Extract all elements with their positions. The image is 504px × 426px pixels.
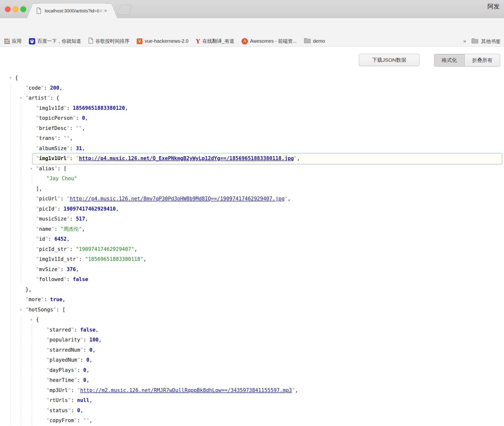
json-key: status [50,408,68,413]
json-key: code [29,85,41,91]
json-url-link[interactable]: http://m2.music.126.net/RMJR7wDullRqppBk… [80,387,292,393]
json-line: "playedNum": 0, [46,355,92,365]
json-line: "more": true, [25,295,65,305]
json-key: popularity [50,337,80,343]
json-string-value: "19097417462929407" [76,246,134,252]
maximize-window-button[interactable] [20,6,26,12]
new-tab-button[interactable] [117,5,133,15]
json-line: "img1v1Id_str": "18569651883380118", [36,254,146,264]
json-string-value: "Jay Chou" [46,176,77,181]
json-key: trans [39,135,54,141]
json-line: { [36,315,39,325]
collapse-all-button[interactable]: 折叠所有 [464,54,500,66]
folder-icon [304,38,311,44]
json-line: ], [36,184,42,194]
collapse-toggle-icon[interactable]: ▼ [18,305,24,315]
json-key: id [39,236,45,242]
json-line: "img1v1Url": "http://p4.music.126.net/Q_… [36,153,300,164]
json-line: "mp3Url": "http://m2.music.126.net/RMJR7… [46,385,298,396]
json-line: "briefDesc": "", [36,123,85,134]
json-url-link[interactable]: http://p4.music.126.net/Q_ExePNkmgB2yWyL… [79,155,294,161]
json-key: img1v1Id_str [39,256,76,262]
json-line: "followed": false [36,274,88,285]
json-key: starredNum [50,347,80,353]
json-key: musicSize [39,216,67,222]
json-line: "mvSize": 376, [36,264,79,275]
json-line: "status": 0, [46,406,83,416]
json-key: mp3Url [50,387,68,393]
tab-close-icon[interactable]: × [102,7,109,14]
json-key: starred [50,327,71,333]
view-toggle-group: 格式化 折叠所有 [434,54,500,67]
json-line: "albumSize": 31, [36,144,85,154]
collapse-toggle-icon[interactable]: ▼ [29,164,34,174]
json-key: hearTime [50,377,74,383]
bookmark-label: vue-hackernews-2.0 [145,38,188,44]
bookmark-label: 在线翻译_有道 [202,38,234,44]
collapse-toggle-icon[interactable]: ▼ [29,315,34,325]
json-key: picId_str [39,246,67,252]
json-key: img1v1Url [39,155,67,161]
format-button[interactable]: 格式化 [434,54,464,66]
json-url-link[interactable]: http://p4.music.126.net/8mv7qP30Pd3oHW8b… [70,196,285,202]
tab-strip: localhost:3000/artists?id=645 × 阿发 [0,0,504,18]
json-key: topicPerson [39,115,73,121]
bookmark-item[interactable]: demo [304,38,325,44]
json-key: followed [39,276,64,282]
close-window-button[interactable] [5,6,11,12]
json-line: "picId_str": "19097417462929407", [36,244,137,255]
json-line: "dayPlays": 0, [46,365,89,375]
json-key: hotSongs [29,307,53,313]
json-line: "starred": false, [46,325,99,335]
tree-guide-line [21,315,21,426]
tree-guide-line [21,103,21,285]
json-key: alias [39,166,54,171]
bookmark-item[interactable]: Vvue-hackernews-2.0 [137,38,188,44]
browser-tab[interactable]: localhost:3000/artists?id=645 × [34,3,111,18]
collapse-toggle-icon[interactable]: ▼ [18,93,24,103]
baidu-paw-icon [29,38,35,44]
vue-icon: V [137,38,143,44]
json-line: "artist": { [25,93,59,103]
bookmarks-bar: 应用百度一下，你就知道谷歌按时间排序Vvue-hackernews-2.0Y在线… [0,36,504,47]
profile-name[interactable]: 阿发 [487,2,500,10]
json-line: "id": 6452, [36,234,70,244]
json-key: picUrl [39,196,58,202]
bookmark-label: 谷歌按时间排序 [95,38,129,44]
bookmark-item[interactable]: 百度一下，你就知道 [29,38,81,44]
bookmark-item[interactable]: 应用 [4,38,22,44]
json-line: "trans": "", [36,133,73,144]
collapse-toggle-icon[interactable]: ▼ [8,73,13,83]
download-json-button[interactable]: 下载JSON数据 [359,54,420,66]
json-line: "popularity": 100, [46,335,102,345]
json-line: "starredNum": 0, [46,345,95,355]
toolbar: localhost:3000/artists?id=6452 英en⤴⤵ FE … [0,18,504,36]
page-icon [88,38,93,45]
bookmark-label: 应用 [12,38,22,44]
bookmark-item[interactable]: 谷歌按时间排序 [88,38,129,45]
bookmark-item[interactable]: AAwesomes - 前端资... [242,38,297,44]
json-line: "rtUrls": null, [46,395,92,406]
json-line: "picUrl": "http://p4.music.126.net/8mv7q… [36,194,291,204]
bookmarks-overflow-chevron[interactable]: » [463,38,466,44]
awesomes-icon: A [242,38,248,44]
json-line: }, [25,285,32,295]
json-line: "hotSongs": [ [25,305,65,315]
json-line: "musicSize": 517, [36,214,88,224]
json-key: briefDesc [39,125,67,131]
json-line: "alias": [ [36,164,67,174]
page-content: 下载JSON数据 格式化 折叠所有 ▼{"code": 200,▼"artist… [0,47,504,426]
tree-guide-line [32,174,32,184]
minimize-window-button[interactable] [13,6,18,12]
json-key: rtUrls [50,397,68,403]
bookmarks-right-group: » 其他书签 [463,36,501,47]
other-bookmarks-label[interactable]: 其他书签 [481,38,501,45]
bookmark-item[interactable]: Y在线翻译_有道 [196,38,234,44]
json-key: mvSize [39,266,58,272]
json-line: "picId": 19097417462929410, [36,204,119,214]
json-line: "copyFrom": "", [46,416,92,426]
json-string-value: "周杰伦" [60,226,82,232]
json-line: { [15,73,18,83]
json-key: dayPlays [50,367,74,373]
youdao-icon: Y [196,38,200,44]
